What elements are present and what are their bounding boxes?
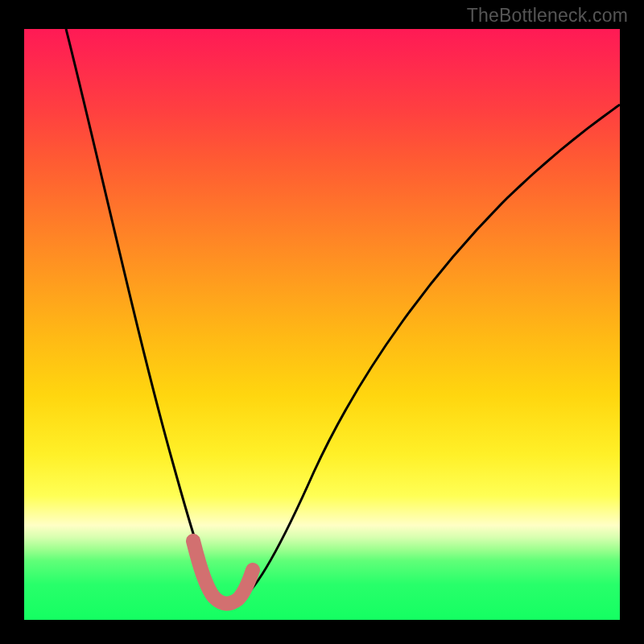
watermark-text: TheBottleneck.com	[467, 5, 628, 27]
optimal-range-highlight-line	[193, 541, 253, 604]
chart-plot-area	[24, 29, 620, 620]
bottleneck-curve-line	[66, 29, 620, 601]
chart-svg	[24, 29, 620, 620]
